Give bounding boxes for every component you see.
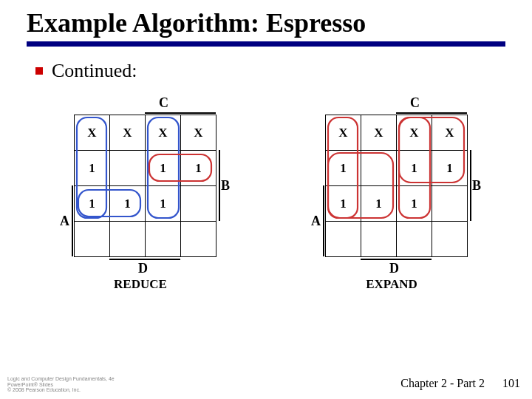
bullet-text: Continued:	[52, 60, 137, 82]
cell: 1	[397, 186, 432, 222]
cell	[75, 222, 110, 257]
cell: 1	[432, 151, 468, 186]
footer-line: PowerPoint® Slides	[7, 382, 115, 388]
label-a: A	[311, 214, 321, 229]
cell	[326, 222, 361, 257]
bar-c	[145, 112, 216, 114]
cell: X	[75, 115, 110, 151]
cell	[397, 222, 432, 257]
cell	[110, 222, 146, 257]
bullet-item: Continued:	[35, 60, 505, 82]
footer-line: © 2008 Pearson Education, Inc.	[7, 387, 115, 393]
bar-d	[109, 259, 180, 260]
slide: Example Algorithm: Espresso Continued: C…	[0, 0, 532, 307]
bar-b	[470, 150, 471, 221]
title-rule	[27, 41, 505, 47]
cell: 1	[326, 186, 361, 222]
bar-d	[361, 259, 432, 260]
cell: 1	[146, 151, 181, 186]
cell: X	[326, 115, 361, 151]
cell: X	[110, 115, 146, 151]
cell: 1	[181, 151, 216, 186]
kmap-expand: C B A D X X X X 1 1	[292, 92, 491, 307]
label-c: C	[159, 95, 168, 111]
cell: 1	[75, 186, 110, 222]
cell: 1	[361, 186, 397, 222]
kmap-container: C B A D X X X X 1 1	[27, 92, 505, 307]
cell	[146, 222, 181, 257]
label-d: D	[389, 261, 399, 276]
cell: X	[181, 115, 216, 151]
cell: 1	[75, 151, 110, 186]
bar-a	[72, 185, 73, 256]
cell	[110, 151, 146, 186]
page-number: 101	[502, 377, 520, 389]
cell	[432, 186, 468, 222]
bullet-icon	[35, 67, 43, 75]
cell: 1	[397, 151, 432, 186]
label-c: C	[410, 95, 420, 111]
bar-b	[219, 150, 220, 221]
cell	[181, 222, 216, 257]
cell: 1	[146, 186, 181, 222]
footer-copyright: Logic and Computer Design Fundamentals, …	[7, 376, 115, 393]
cell	[181, 186, 216, 222]
cell: X	[361, 115, 397, 151]
label-b: B	[221, 178, 230, 194]
cell: X	[432, 115, 468, 151]
kmap-grid: X X X X 1 1 1 1 1 1	[325, 115, 468, 257]
chapter-label: Chapter 2 - Part 2	[400, 377, 485, 389]
cell: 1	[110, 186, 146, 222]
cell: X	[146, 115, 181, 151]
cell: X	[397, 115, 432, 151]
label-d: D	[138, 261, 148, 276]
label-a: A	[60, 214, 69, 229]
cell: 1	[326, 151, 361, 186]
cell	[361, 151, 397, 186]
bar-a	[323, 185, 324, 256]
bar-c	[396, 112, 467, 114]
slide-title: Example Algorithm: Espresso	[27, 7, 505, 38]
label-b: B	[472, 178, 481, 194]
kmap-grid: X X X X 1 1 1 1 1 1	[74, 115, 216, 257]
kmap-caption: EXPAND	[292, 277, 491, 292]
cell	[432, 222, 468, 257]
footer-line: Logic and Computer Design Fundamentals, …	[7, 376, 115, 382]
kmap-reduce: C B A D X X X X 1 1	[41, 92, 240, 307]
cell	[361, 222, 397, 257]
kmap-caption: REDUCE	[41, 277, 240, 292]
footer-chapter: Chapter 2 - Part 2 101	[400, 377, 520, 390]
